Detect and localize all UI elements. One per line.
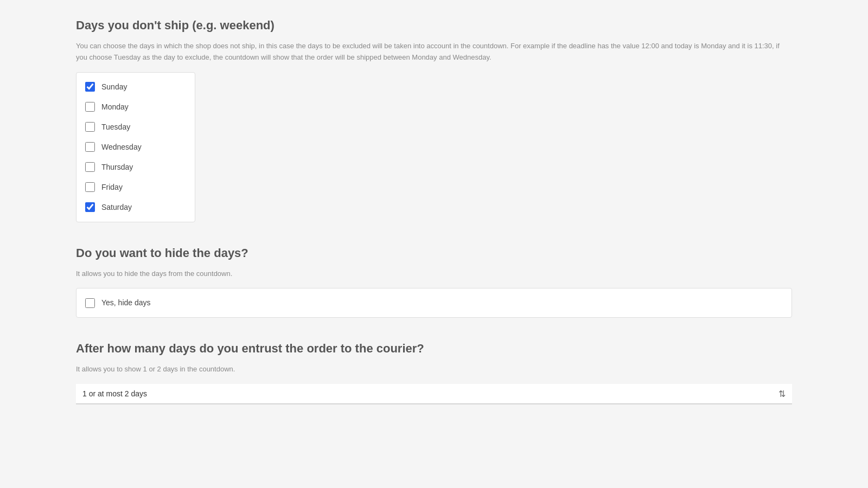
thursday-checkbox-item[interactable]: Thursday bbox=[76, 157, 195, 177]
courier-days-select-wrapper: 1 day 1 or at most 2 days 2 days ⇅ bbox=[76, 384, 792, 404]
sunday-checkbox[interactable] bbox=[85, 82, 95, 92]
friday-checkbox-item[interactable]: Friday bbox=[76, 177, 195, 197]
monday-label: Monday bbox=[101, 101, 129, 113]
no-ship-days-title: Days you don't ship (e.g. weekend) bbox=[76, 16, 792, 34]
days-checkbox-group: Sunday Monday Tuesday Wednesday Thursday… bbox=[76, 72, 195, 222]
tuesday-checkbox[interactable] bbox=[85, 122, 95, 132]
saturday-checkbox-item[interactable]: Saturday bbox=[76, 197, 195, 217]
no-ship-days-description: You can choose the days in which the sho… bbox=[76, 41, 792, 63]
friday-label: Friday bbox=[101, 182, 123, 193]
tuesday-checkbox-item[interactable]: Tuesday bbox=[76, 117, 195, 137]
tuesday-label: Tuesday bbox=[101, 121, 130, 133]
hide-days-checkbox[interactable] bbox=[85, 298, 95, 308]
courier-days-select[interactable]: 1 day 1 or at most 2 days 2 days bbox=[76, 384, 792, 404]
saturday-label: Saturday bbox=[101, 202, 132, 213]
courier-days-title: After how many days do you entrust the o… bbox=[76, 339, 792, 357]
page-container: Days you don't ship (e.g. weekend) You c… bbox=[0, 0, 868, 488]
saturday-checkbox[interactable] bbox=[85, 202, 95, 212]
courier-days-description: It allows you to show 1 or 2 days in the… bbox=[76, 364, 792, 375]
monday-checkbox-item[interactable]: Monday bbox=[76, 97, 195, 117]
hide-days-title: Do you want to hide the days? bbox=[76, 244, 792, 262]
thursday-label: Thursday bbox=[101, 162, 133, 173]
thursday-checkbox[interactable] bbox=[85, 162, 95, 172]
wednesday-checkbox[interactable] bbox=[85, 142, 95, 152]
friday-checkbox[interactable] bbox=[85, 182, 95, 192]
hide-days-description: It allows you to hide the days from the … bbox=[76, 268, 792, 280]
hide-days-checkbox-group: Yes, hide days bbox=[76, 288, 792, 318]
courier-days-section: After how many days do you entrust the o… bbox=[76, 339, 792, 404]
section-divider bbox=[76, 404, 792, 404]
hide-days-checkbox-item[interactable]: Yes, hide days bbox=[76, 293, 792, 313]
monday-checkbox[interactable] bbox=[85, 102, 95, 112]
sunday-checkbox-item[interactable]: Sunday bbox=[76, 77, 195, 97]
sunday-label: Sunday bbox=[101, 81, 127, 93]
hide-days-label: Yes, hide days bbox=[101, 297, 151, 309]
wednesday-label: Wednesday bbox=[101, 142, 142, 153]
hide-days-section: Do you want to hide the days? It allows … bbox=[76, 244, 792, 318]
no-ship-days-section: Days you don't ship (e.g. weekend) You c… bbox=[76, 16, 792, 222]
wednesday-checkbox-item[interactable]: Wednesday bbox=[76, 137, 195, 157]
